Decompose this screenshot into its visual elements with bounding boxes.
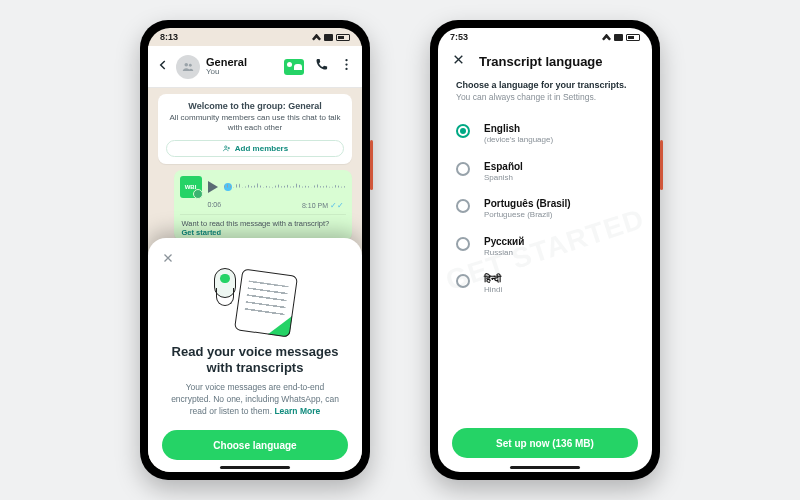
signal-icon [324,34,333,41]
status-time: 8:13 [160,32,178,42]
more-icon[interactable] [339,57,354,76]
sheet-title-l1: Read your voice messages [172,344,339,359]
waveform-icon [224,180,346,194]
close-icon[interactable] [452,52,465,70]
wifi-icon [602,34,611,41]
phone-right: GET STARTED 7:53 Transcript language Cho… [430,20,660,480]
chat-title-block[interactable]: General You [206,57,278,77]
language-option-spanish[interactable]: Español Spanish [456,154,634,190]
svg-point-0 [185,62,189,65]
language-option-hindi[interactable]: हिन्दी Hindi [456,266,634,302]
status-icons [312,34,350,41]
language-desc: Portuguese (Brazil) [484,210,571,220]
wifi-icon [312,34,321,41]
radio-icon[interactable] [456,162,470,176]
svg-point-3 [345,63,347,65]
language-desc: (device's language) [484,135,553,145]
sheet-title-l2: with transcripts [207,360,304,375]
language-desc: Russian [484,248,524,258]
battery-icon [626,34,640,41]
radio-icon[interactable] [456,237,470,251]
svg-point-2 [345,59,347,61]
transcript-illustration [208,268,303,336]
voice-track[interactable] [224,178,346,196]
community-icon[interactable] [284,59,304,75]
home-indicator[interactable] [220,466,290,469]
language-option-russian[interactable]: Русский Russian [456,229,634,265]
radio-icon[interactable] [456,274,470,288]
phone-left: 8:13 General You [140,20,370,480]
learn-more-link[interactable]: Learn More [274,406,320,416]
call-icon[interactable] [314,57,329,76]
language-name: Русский [484,236,524,248]
back-icon[interactable] [156,58,170,76]
language-name: हिन्दी [484,273,502,285]
language-desc: Hindi [484,285,502,295]
sender-avatar: WBI [180,176,202,198]
screen-left: 8:13 General You [148,28,362,472]
svg-point-5 [224,146,226,148]
subtitle-line1: Choose a language for your transcripts. [456,80,634,90]
voice-row: WBI [180,176,346,198]
close-icon[interactable] [162,250,174,268]
signal-icon [614,34,623,41]
page-title: Transcript language [479,54,603,69]
add-members-button[interactable]: Add members [166,140,344,157]
choose-language-button[interactable]: Choose language [162,430,348,460]
transcript-hint-text: Want to read this message with a transcr… [182,219,330,228]
screen-right: GET STARTED 7:53 Transcript language Cho… [438,28,652,472]
language-desc: Spanish [484,173,523,183]
battery-icon [336,34,350,41]
add-members-label: Add members [235,144,288,153]
welcome-body: All community members can use this chat … [166,113,344,134]
bottom-sheet: Read your voice messages with transcript… [148,238,362,472]
voice-message-bubble[interactable]: WBI 0:06 8:10 PM ✓✓ Want to read this m [174,170,352,241]
sheet-body: Your voice messages are end-to-end encry… [162,382,348,418]
page-header: Transcript language [438,46,652,80]
home-indicator[interactable] [510,466,580,469]
language-name: Português (Brasil) [484,198,571,210]
chat-header: General You [148,46,362,88]
status-bar: 7:53 [438,28,652,46]
svg-point-1 [189,63,192,66]
language-name: English [484,123,553,135]
chat-subtitle: You [206,68,278,76]
voice-duration: 0:06 [208,201,222,210]
status-time: 7:53 [450,32,468,42]
voice-time: 8:10 PM [302,202,328,209]
welcome-card: Welcome to the group: General All commun… [158,94,352,164]
read-ticks-icon: ✓✓ [330,201,344,210]
play-icon[interactable] [208,181,218,193]
status-icons [602,34,640,41]
status-bar: 8:13 [148,28,362,46]
language-list: English (device's language) Español Span… [438,102,652,302]
language-option-english[interactable]: English (device's language) [456,116,634,152]
subtitle-line2: You can always change it in Settings. [456,92,634,102]
sheet-title: Read your voice messages with transcript… [172,344,339,377]
welcome-title: Welcome to the group: General [166,101,344,111]
radio-icon[interactable] [456,199,470,213]
transcript-hint: Want to read this message with a transcr… [180,214,346,237]
language-option-portuguese[interactable]: Português (Brasil) Portuguese (Brazil) [456,191,634,227]
svg-point-4 [345,68,347,70]
page-subtitle: Choose a language for your transcripts. … [438,80,652,102]
get-started-link[interactable]: Get started [182,228,222,237]
radio-icon[interactable] [456,124,470,138]
language-name: Español [484,161,523,173]
group-avatar[interactable] [176,55,200,79]
voice-meta: 0:06 8:10 PM ✓✓ [180,201,346,210]
setup-now-button[interactable]: Set up now (136 MB) [452,428,638,458]
header-actions [284,57,354,76]
